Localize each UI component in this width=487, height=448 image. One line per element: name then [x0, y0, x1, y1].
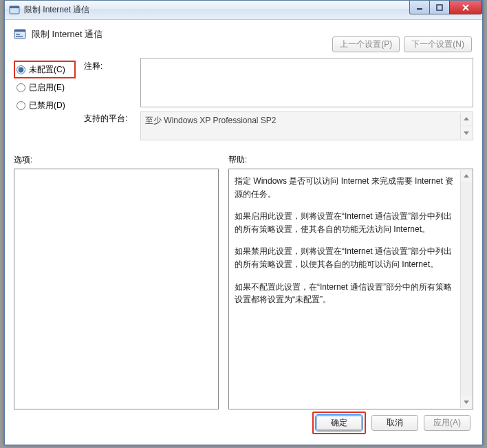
help-panel: 指定 Windows 是否可以访问 Internet 来完成需要 Interne… — [228, 169, 473, 409]
client-area: 限制 Internet 通信 上一个设置(P) 下一个设置(N) 未配置(C) … — [10, 24, 477, 440]
supported-platform-box: 至少 Windows XP Professional SP2 — [140, 111, 473, 140]
ok-highlight: 确定 — [312, 412, 366, 434]
help-p4: 如果不配置此设置，在“Internet 通信设置”部分中的所有策略设置都将设置为… — [235, 281, 457, 306]
window-controls — [410, 1, 482, 14]
radio-disabled-label: 已禁用(D) — [29, 100, 65, 111]
help-p2: 如果启用此设置，则将设置在“Internet 通信设置”部分中列出的所有策略设置… — [235, 210, 457, 235]
svg-rect-6 — [16, 34, 20, 35]
radio-disabled[interactable]: 已禁用(D) — [14, 96, 76, 114]
svg-rect-3 — [437, 5, 442, 10]
radio-enabled-input[interactable] — [17, 83, 25, 92]
radio-enabled[interactable]: 已启用(E) — [14, 78, 76, 96]
comment-textarea[interactable] — [140, 58, 473, 107]
window-title: 限制 Internet 通信 — [24, 4, 89, 16]
scroll-track[interactable] — [461, 182, 472, 396]
radio-not-configured-label: 未配置(C) — [29, 64, 65, 76]
radio-not-configured-input[interactable] — [17, 65, 25, 74]
scroll-down-icon[interactable] — [461, 396, 472, 408]
options-label: 选项: — [14, 154, 219, 166]
comment-label: 注释: — [84, 61, 132, 113]
dialog-footer: 确定 取消 应用(A) — [312, 412, 470, 434]
app-icon — [9, 5, 20, 16]
svg-rect-5 — [14, 30, 25, 32]
state-radio-group: 未配置(C) 已启用(E) 已禁用(D) — [14, 58, 76, 140]
scroll-down-icon[interactable] — [461, 127, 472, 139]
policy-icon — [14, 28, 26, 41]
help-p3: 如果禁用此设置，则将设置在“Internet 通信设置”部分中列出的所有策略设置… — [235, 245, 457, 270]
cancel-button[interactable]: 取消 — [371, 415, 418, 431]
maximize-button[interactable] — [429, 1, 450, 14]
scroll-up-icon[interactable] — [461, 113, 472, 125]
page-title: 限制 Internet 通信 — [32, 28, 102, 41]
platform-scrollbar[interactable] — [460, 113, 472, 139]
prev-setting-button[interactable]: 上一个设置(P) — [332, 36, 400, 52]
apply-button[interactable]: 应用(A) — [424, 415, 470, 431]
help-scrollbar[interactable] — [460, 170, 472, 408]
titlebar[interactable]: 限制 Internet 通信 — [5, 1, 482, 20]
supported-platform-text: 至少 Windows XP Professional SP2 — [145, 116, 277, 125]
radio-not-configured[interactable]: 未配置(C) — [14, 61, 76, 78]
svg-rect-7 — [16, 36, 23, 37]
platform-label: 支持的平台: — [84, 113, 132, 125]
svg-rect-1 — [10, 6, 19, 8]
svg-rect-2 — [417, 8, 422, 10]
options-panel — [14, 169, 219, 409]
ok-button[interactable]: 确定 — [316, 415, 362, 431]
help-p1: 指定 Windows 是否可以访问 Internet 来完成需要 Interne… — [235, 175, 457, 200]
minimize-button[interactable] — [409, 1, 430, 14]
radio-disabled-input[interactable] — [17, 101, 25, 110]
help-label: 帮助: — [228, 154, 473, 166]
next-setting-button[interactable]: 下一个设置(N) — [404, 36, 472, 52]
scroll-up-icon[interactable] — [461, 170, 472, 182]
radio-enabled-label: 已启用(E) — [29, 82, 65, 94]
close-button[interactable] — [449, 1, 482, 14]
dialog-window: 限制 Internet 通信 — [4, 0, 483, 445]
help-text: 指定 Windows 是否可以访问 Internet 来完成需要 Interne… — [229, 169, 473, 321]
